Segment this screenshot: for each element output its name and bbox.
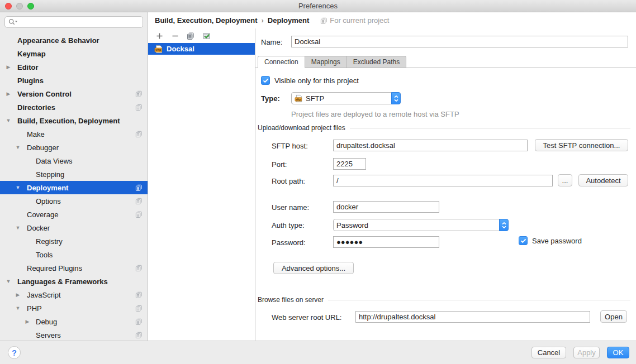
tree-expand-icon[interactable]: ▶ <box>15 292 21 298</box>
sidebar-item-editor[interactable]: ▶Editor <box>0 60 148 74</box>
project-level-icon <box>135 264 143 271</box>
search-icon <box>8 18 18 26</box>
help-button[interactable]: ? <box>8 346 21 359</box>
sidebar-item-debugger[interactable]: ▼Debugger <box>0 141 148 154</box>
settings-tree: Appearance & BehaviorKeymap▶EditorPlugin… <box>0 30 148 341</box>
checkbox-checked-icon <box>261 76 270 85</box>
tree-collapse-icon[interactable]: ▼ <box>15 305 21 311</box>
sidebar-item-build-execution-deployment[interactable]: ▼Build, Execution, Deployment <box>0 114 148 127</box>
autodetect-button[interactable]: Autodetect <box>578 174 628 186</box>
tab-connection[interactable]: Connection <box>258 56 305 68</box>
project-level-icon <box>135 130 143 137</box>
sidebar-item-keymap[interactable]: Keymap <box>0 47 148 60</box>
tree-expand-icon[interactable]: ▶ <box>5 91 12 97</box>
sidebar-item-stepping[interactable]: Stepping <box>0 167 148 181</box>
copy-server-icon[interactable] <box>186 31 195 40</box>
sidebar-item-tools[interactable]: Tools <box>0 248 148 261</box>
auth-type-select[interactable]: Password <box>333 219 509 231</box>
breadcrumb-current: Deployment <box>268 16 309 25</box>
user-name-input[interactable] <box>333 201 439 213</box>
project-level-icon <box>135 304 143 312</box>
tree-collapse-icon[interactable]: ▼ <box>15 145 21 150</box>
add-server-icon[interactable] <box>155 31 164 40</box>
zoom-window-icon[interactable] <box>27 3 34 9</box>
sidebar-item-directories[interactable]: Directories <box>0 100 148 114</box>
sidebar-item-languages-frameworks[interactable]: ▼Languages & Frameworks <box>0 275 148 288</box>
open-url-button[interactable]: Open <box>600 310 627 323</box>
settings-search-box[interactable] <box>4 16 143 28</box>
visible-only-checkbox[interactable]: Visible only for this project <box>261 76 359 85</box>
server-list-toolbar <box>148 28 255 43</box>
sidebar-item-label: Plugins <box>17 76 44 85</box>
minimize-window-icon[interactable] <box>16 3 23 9</box>
search-input[interactable] <box>19 18 139 26</box>
port-label: Port: <box>272 160 287 169</box>
test-sftp-connection-button[interactable]: Test SFTP connection... <box>535 139 628 151</box>
sidebar-item-docker[interactable]: ▼Docker <box>0 221 148 234</box>
sidebar-item-plugins[interactable]: Plugins <box>0 74 148 87</box>
sidebar-item-deployment[interactable]: ▼Deployment <box>0 181 148 194</box>
password-label: Password: <box>272 238 306 247</box>
sidebar-item-coverage[interactable]: Coverage <box>0 208 148 221</box>
browse-root-path-button[interactable]: ... <box>558 174 572 186</box>
tab-mappings[interactable]: Mappings <box>305 56 347 68</box>
tab-excluded-paths[interactable]: Excluded Paths <box>347 56 406 68</box>
project-level-icon <box>320 17 328 24</box>
tree-collapse-icon[interactable]: ▼ <box>5 118 12 123</box>
project-level-icon <box>135 291 143 298</box>
use-as-default-icon[interactable] <box>202 31 211 40</box>
sidebar-item-javascript[interactable]: ▶JavaScript <box>0 288 148 301</box>
project-level-icon <box>135 318 143 325</box>
ok-button[interactable]: OK <box>607 347 629 358</box>
root-path-input[interactable] <box>333 175 553 186</box>
sidebar-item-options[interactable]: Options <box>0 194 148 208</box>
sidebar-item-label: Options <box>36 197 61 205</box>
cancel-button[interactable]: Cancel <box>531 347 566 358</box>
breadcrumb-separator-icon: › <box>261 16 263 25</box>
sftp-type-icon: sftp <box>295 94 303 103</box>
sidebar-item-appearance-behavior[interactable]: Appearance & Behavior <box>0 33 148 47</box>
sidebar-item-make[interactable]: Make <box>0 127 148 141</box>
sidebar-item-required-plugins[interactable]: Required Plugins <box>0 261 148 275</box>
port-input[interactable] <box>333 158 366 170</box>
tree-collapse-icon[interactable]: ▼ <box>5 279 12 284</box>
sidebar-item-label: Tools <box>36 251 53 259</box>
name-input[interactable] <box>291 36 628 47</box>
sftp-host-input[interactable] <box>333 140 528 151</box>
window-controls <box>5 3 34 9</box>
apply-button[interactable]: Apply <box>573 347 600 358</box>
password-input[interactable] <box>333 236 439 248</box>
tree-expand-icon[interactable]: ▶ <box>24 319 31 324</box>
sidebar-item-servers[interactable]: Servers <box>0 328 148 341</box>
sidebar-item-label: Required Plugins <box>27 264 82 272</box>
sidebar-item-php[interactable]: ▼PHP <box>0 301 148 315</box>
auth-type-value: Password <box>336 221 496 229</box>
web-server-root-url-label: Web server root URL: <box>272 313 341 322</box>
close-window-icon[interactable] <box>5 3 12 9</box>
server-item-docksal[interactable]: sftp Docksal <box>148 43 255 55</box>
sidebar-item-version-control[interactable]: ▶Version Control <box>0 87 148 100</box>
sidebar-item-label: Deployment <box>27 184 68 192</box>
sidebar-item-registry[interactable]: Registry <box>0 234 148 248</box>
sidebar-item-data-views[interactable]: Data Views <box>0 154 148 167</box>
tree-expand-icon[interactable]: ▶ <box>5 64 12 70</box>
sftp-file-icon: sftp <box>154 45 163 54</box>
project-level-icon <box>135 184 143 191</box>
remove-server-icon[interactable] <box>170 31 179 40</box>
title-bar: Preferences <box>0 0 636 12</box>
tree-collapse-icon[interactable]: ▼ <box>15 185 21 190</box>
tree-collapse-icon[interactable]: ▼ <box>15 225 21 231</box>
type-select[interactable]: sftp SFTP <box>291 92 401 104</box>
dialog-footer: ? Cancel Apply OK <box>0 341 636 364</box>
svg-text:sftp: sftp <box>296 97 301 100</box>
project-level-icon <box>135 331 143 338</box>
breadcrumb-parent[interactable]: Build, Execution, Deployment <box>155 16 257 25</box>
scope-indicator: For current project <box>320 16 389 25</box>
stepper-icon <box>499 219 509 231</box>
web-server-root-url-input[interactable] <box>355 311 590 323</box>
sidebar-item-label: Keymap <box>17 50 46 58</box>
sidebar-item-label: Stepping <box>36 170 64 179</box>
save-password-checkbox[interactable]: Save password <box>519 236 582 245</box>
advanced-options-button[interactable]: Advanced options... <box>273 262 354 274</box>
sidebar-item-debug[interactable]: ▶Debug <box>0 315 148 328</box>
